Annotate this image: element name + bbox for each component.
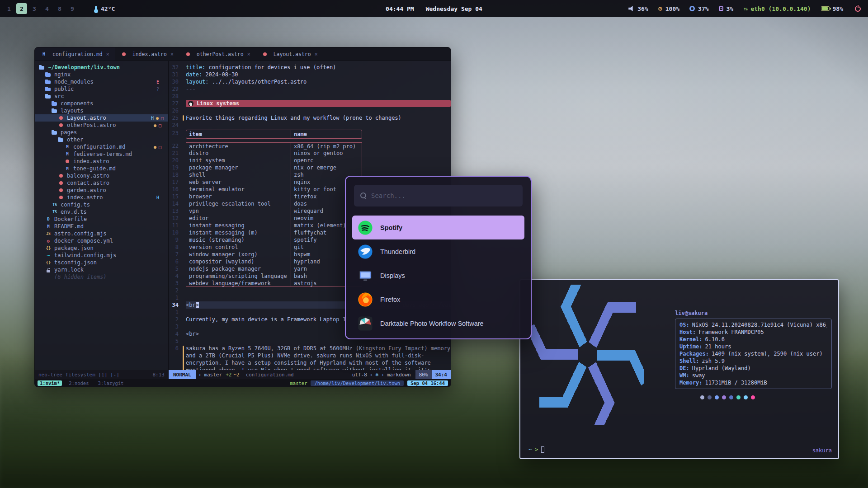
disk-module[interactable]: 37% (689, 5, 708, 12)
workspace-button[interactable]: 3 (29, 3, 40, 14)
tree-item[interactable]: other (35, 136, 168, 143)
prompt-char: > (535, 446, 538, 453)
close-tab-icon[interactable]: × (247, 51, 250, 57)
palette-dot (708, 395, 712, 399)
close-tab-icon[interactable]: × (170, 51, 174, 57)
tree-item[interactable]: src (35, 93, 168, 100)
line-number (169, 139, 182, 142)
tree-item[interactable]: public ? (35, 85, 168, 93)
displays-icon (358, 268, 373, 283)
tree-item[interactable]: env.d.ts (35, 208, 168, 216)
workspace-button[interactable]: 1 (4, 3, 14, 14)
launcher-item-label: Spotify (380, 224, 402, 231)
tree-item[interactable]: package.json (35, 244, 168, 252)
tree-item[interactable]: components (35, 100, 168, 107)
network-value: eth0 (10.0.0.140) (750, 5, 811, 12)
editor-tab[interactable]: configuration.md × (35, 47, 115, 61)
tree-item-label: balcony.astro (67, 173, 109, 179)
workspace-button[interactable]: 2 (16, 3, 27, 14)
tree-item[interactable]: pages (35, 129, 168, 136)
separator-icon: ‹ (381, 372, 384, 378)
tree-item-label: Dockerfile (54, 216, 87, 222)
palette-dot (751, 395, 755, 399)
tree-item[interactable]: Dockerfile (35, 216, 168, 223)
gitsign-column (182, 301, 186, 309)
tmux-window-3[interactable]: 3:lazygit (96, 380, 126, 386)
mode-indicator: NORMAL (169, 370, 196, 379)
clock-module[interactable]: 04:44 PM Wednesday Sep 04 (386, 0, 482, 17)
launcher-item-spotify[interactable]: Spotify (352, 216, 524, 239)
tree-item[interactable]: astro.config.mjs (35, 230, 168, 237)
launcher-item-darktable[interactable]: Darktable Photo Workflow Software (352, 311, 524, 335)
workspace-button[interactable]: 9 (67, 3, 78, 14)
temperature-module[interactable]: 42°C (95, 5, 115, 12)
line-number: 34 (169, 301, 182, 309)
tree-item[interactable]: index.astro (35, 158, 168, 165)
tree-item[interactable]: layouts (35, 107, 168, 114)
editor-tab[interactable]: Layout.astro × (256, 47, 323, 61)
tree-item[interactable]: tone-guide.md (35, 165, 168, 172)
tree-item[interactable]: balcony.astro (35, 172, 168, 179)
shell-prompt[interactable]: ~ > (528, 446, 544, 453)
workspace-button[interactable]: 8 (54, 3, 65, 14)
gitsign-column (182, 207, 186, 215)
tree-item-label: docker-compose.yml (54, 238, 113, 244)
tree-item[interactable]: fediverse-terms.md (35, 150, 168, 158)
volume-module[interactable]: 36% (628, 5, 648, 12)
tree-item[interactable]: configuration.md ● □ (35, 143, 168, 150)
launcher-search[interactable] (354, 185, 523, 206)
editor-line: 30 layout: ../../layouts/otherPost.astro (169, 78, 451, 85)
gitsign-column (182, 171, 186, 178)
statusline: neo-tree filesystem [1] [-] 8:13 NORMAL … (35, 370, 451, 379)
tree-item[interactable]: index.astro H (35, 194, 168, 201)
separator-icon: ‹ (370, 372, 373, 378)
file-icon (57, 179, 65, 187)
tree-item[interactable]: README.md (35, 223, 168, 230)
filetype-icon (261, 51, 269, 58)
launcher-item-displays[interactable]: Displays (352, 263, 524, 287)
tree-item-label: env.d.ts (61, 209, 87, 215)
launcher-item-firefox[interactable]: Firefox (352, 287, 524, 311)
tree-item[interactable]: yarn.lock (35, 266, 168, 273)
tree-item[interactable]: config.ts (35, 201, 168, 208)
tree-item[interactable]: nginx (35, 71, 168, 78)
tree-item-label: (6 hidden items) (54, 274, 107, 280)
tmux-window-1[interactable]: 1:nvim* (38, 380, 62, 386)
tree-item[interactable]: node_modules E (35, 78, 168, 85)
info-row: Shell:zsh 5.9 (679, 357, 827, 365)
tree-item[interactable]: docker-compose.yml (35, 237, 168, 244)
palette-dot (729, 395, 733, 399)
line-number: 9 (169, 236, 182, 244)
tree-item[interactable]: tsconfig.json (35, 259, 168, 266)
editor-tab[interactable]: otherPost.astro × (179, 47, 256, 61)
tree-item[interactable]: contact.astro (35, 179, 168, 187)
file-icon (57, 187, 65, 194)
tree-item-label: ~/Development/liv.town (48, 64, 120, 70)
info-row: Packages:1409 (nix-system), 2590 (nix-us… (679, 350, 827, 357)
palette-dot (722, 395, 726, 399)
workspace-button[interactable]: 4 (42, 3, 52, 14)
line-number: 11 (169, 222, 182, 229)
battery-module[interactable]: 98% (821, 5, 843, 12)
tree-item-label: astro.config.mjs (54, 230, 107, 237)
search-input[interactable] (371, 192, 516, 199)
tree-item[interactable]: ~/Development/liv.town (35, 64, 168, 71)
tree-item[interactable]: garden.astro (35, 187, 168, 194)
cpu-module[interactable]: 3% (719, 5, 734, 12)
launcher-item-label: Firefox (380, 296, 400, 303)
close-tab-icon[interactable]: × (106, 51, 109, 57)
brightness-module[interactable]: 100% (658, 5, 679, 12)
tree-item[interactable]: tailwind.config.mjs (35, 252, 168, 259)
tree-item[interactable]: otherPost.astro ● □ (35, 122, 168, 129)
tree-item[interactable]: (6 hidden items) (35, 273, 168, 281)
editor-line: 22 architecturex86_64 (rip m2 pro) (169, 142, 451, 150)
tmux-window-2[interactable]: 2:nodes (66, 380, 91, 386)
editor-tab[interactable]: index.astro × (115, 47, 179, 61)
line-number: 28 (169, 93, 182, 100)
close-tab-icon[interactable]: × (315, 51, 318, 57)
file-icon (57, 194, 65, 201)
network-module[interactable]: ↑↓ eth0 (10.0.0.140) (743, 5, 811, 12)
tree-item[interactable]: Layout.astro H ● □ (35, 114, 168, 122)
launcher-item-thunderbird[interactable]: Thunderbird (352, 239, 524, 263)
power-button[interactable] (855, 6, 861, 12)
